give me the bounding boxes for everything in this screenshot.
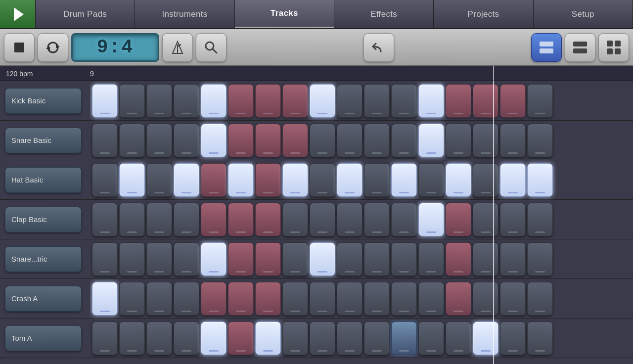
pad-4-12[interactable] <box>418 242 444 276</box>
pad-2-13[interactable] <box>446 163 471 197</box>
pad-6-7[interactable] <box>282 321 308 355</box>
pad-1-13[interactable] <box>446 124 471 157</box>
pad-2-7[interactable] <box>282 163 308 197</box>
pad-6-3[interactable] <box>174 321 199 355</box>
pad-6-9[interactable] <box>337 321 362 355</box>
pad-1-12[interactable] <box>418 124 444 157</box>
pad-3-5[interactable] <box>228 203 254 236</box>
grid-scroll[interactable] <box>90 81 633 364</box>
pad-6-5[interactable] <box>228 321 254 355</box>
pad-6-4[interactable] <box>201 321 226 355</box>
pad-0-7[interactable] <box>282 84 308 118</box>
stop-button[interactable] <box>4 33 35 62</box>
crash-a-button[interactable]: Crash A <box>5 286 82 312</box>
tab-drum-pads[interactable]: Drum Pads <box>36 0 135 28</box>
pad-1-16[interactable] <box>527 124 553 157</box>
pad-3-6[interactable] <box>255 203 281 236</box>
pad-5-15[interactable] <box>500 282 526 316</box>
undo-button[interactable] <box>363 33 394 62</box>
pad-0-13[interactable] <box>446 84 471 118</box>
clap-basic-button[interactable]: Clap Basic <box>5 207 82 232</box>
pad-6-2[interactable] <box>146 321 172 355</box>
pad-5-7[interactable] <box>282 282 308 316</box>
grid-view-2-button[interactable] <box>565 33 595 62</box>
pad-3-14[interactable] <box>473 203 498 236</box>
pad-4-16[interactable] <box>527 242 553 276</box>
grid-view-3-button[interactable] <box>598 33 629 62</box>
pad-5-12[interactable] <box>418 282 444 316</box>
pad-5-1[interactable] <box>119 282 145 316</box>
pad-5-13[interactable] <box>446 282 471 316</box>
pad-3-0[interactable] <box>92 203 118 236</box>
pad-1-11[interactable] <box>391 124 417 157</box>
pad-2-4[interactable] <box>201 163 226 197</box>
pad-5-3[interactable] <box>174 282 199 316</box>
tab-setup[interactable]: Setup <box>534 0 633 28</box>
pad-1-15[interactable] <box>500 124 526 157</box>
pad-4-8[interactable] <box>310 242 335 276</box>
pad-5-2[interactable] <box>146 282 172 316</box>
pad-4-11[interactable] <box>391 242 417 276</box>
pad-3-12[interactable] <box>418 203 444 236</box>
pad-4-15[interactable] <box>500 242 526 276</box>
pad-6-16[interactable] <box>527 321 553 355</box>
pad-1-4[interactable] <box>201 124 226 157</box>
pad-4-3[interactable] <box>174 242 199 276</box>
pad-3-15[interactable] <box>500 203 526 236</box>
pad-6-6[interactable] <box>255 321 281 355</box>
pad-2-16[interactable] <box>527 163 553 197</box>
pad-5-11[interactable] <box>391 282 417 316</box>
pad-3-1[interactable] <box>119 203 145 236</box>
pad-0-12[interactable] <box>418 84 444 118</box>
pad-2-1[interactable] <box>119 163 145 197</box>
tab-instruments[interactable]: Instruments <box>135 0 234 28</box>
pad-2-6[interactable] <box>255 163 281 197</box>
pad-5-14[interactable] <box>473 282 498 316</box>
pad-5-8[interactable] <box>310 282 335 316</box>
tom-a-button[interactable]: Tom A <box>5 325 82 351</box>
pad-5-9[interactable] <box>337 282 362 316</box>
pad-4-14[interactable] <box>473 242 498 276</box>
pad-2-0[interactable] <box>92 163 118 197</box>
pad-3-4[interactable] <box>201 203 226 236</box>
pad-5-5[interactable] <box>228 282 254 316</box>
pad-0-9[interactable] <box>337 84 362 118</box>
pad-6-11[interactable] <box>391 321 417 355</box>
pad-1-5[interactable] <box>228 124 254 157</box>
pad-6-13[interactable] <box>446 321 471 355</box>
grid-view-1-button[interactable] <box>531 33 562 62</box>
loop-button[interactable] <box>38 33 68 62</box>
pad-1-2[interactable] <box>146 124 172 157</box>
pad-4-7[interactable] <box>282 242 308 276</box>
pad-0-5[interactable] <box>228 84 254 118</box>
kick-basic-button[interactable]: Kick Basic <box>5 88 82 114</box>
pad-1-10[interactable] <box>364 124 390 157</box>
pad-2-10[interactable] <box>364 163 390 197</box>
pad-6-12[interactable] <box>418 321 444 355</box>
pad-4-1[interactable] <box>119 242 145 276</box>
pad-3-10[interactable] <box>364 203 390 236</box>
pad-6-1[interactable] <box>119 321 145 355</box>
tab-projects[interactable]: Projects <box>434 0 533 28</box>
tab-tracks[interactable]: Tracks <box>235 0 334 28</box>
pad-2-14[interactable] <box>473 163 498 197</box>
pad-6-15[interactable] <box>500 321 526 355</box>
pad-2-15[interactable] <box>500 163 526 197</box>
pad-4-9[interactable] <box>337 242 362 276</box>
pad-0-8[interactable] <box>310 84 335 118</box>
pad-5-0[interactable] <box>92 282 118 316</box>
pad-6-0[interactable] <box>92 321 118 355</box>
pad-4-10[interactable] <box>364 242 390 276</box>
pad-4-13[interactable] <box>446 242 471 276</box>
pad-3-9[interactable] <box>337 203 362 236</box>
pad-0-3[interactable] <box>174 84 199 118</box>
pad-1-6[interactable] <box>255 124 281 157</box>
pad-4-4[interactable] <box>201 242 226 276</box>
pad-2-9[interactable] <box>337 163 362 197</box>
pad-2-8[interactable] <box>310 163 335 197</box>
pad-5-16[interactable] <box>527 282 553 316</box>
pad-1-9[interactable] <box>337 124 362 157</box>
pad-3-2[interactable] <box>146 203 172 236</box>
pad-0-15[interactable] <box>500 84 526 118</box>
pad-1-3[interactable] <box>174 124 199 157</box>
